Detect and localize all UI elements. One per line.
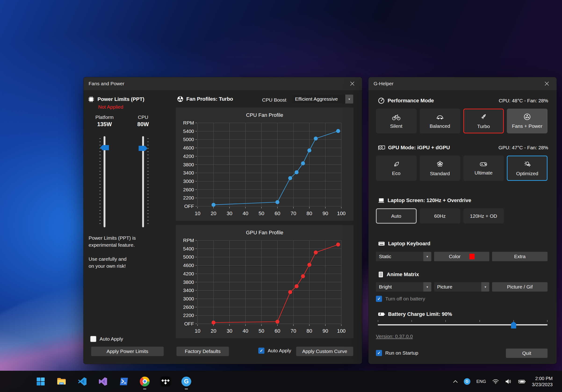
battery-icon — [378, 312, 385, 317]
svg-text:GPU Fan Profile: GPU Fan Profile — [246, 230, 283, 235]
power-auto-apply-checkbox[interactable] — [90, 336, 96, 342]
mode-fans-power-button[interactable]: Fans + Power — [507, 109, 548, 133]
battery-slider-track[interactable] — [378, 324, 548, 325]
gpu-standard-button[interactable]: Standard — [420, 156, 460, 181]
cpu-temp-status: CPU: 48°C - Fan: 28% — [499, 98, 548, 103]
gpu-ultimate-button[interactable]: Ultimate — [463, 156, 504, 181]
cpu-label: CPU — [127, 114, 159, 120]
matrix-content-dropdown[interactable]: Picture ▾ — [434, 282, 490, 291]
battery-slider-thumb[interactable] — [511, 321, 516, 328]
cpu-boost-dropdown[interactable]: Efficient Aggressive ▾ — [292, 95, 353, 103]
svg-text:4200: 4200 — [183, 271, 194, 276]
turn-off-on-battery-checkbox[interactable]: ✓ — [376, 296, 382, 302]
svg-text:CPU Fan Profile: CPU Fan Profile — [246, 112, 283, 118]
battery-tray-icon[interactable] — [518, 379, 526, 384]
visual-studio-icon[interactable] — [98, 376, 108, 387]
platform-slider-thumb[interactable] — [100, 145, 109, 150]
start-button[interactable] — [35, 376, 46, 387]
svg-text:5400: 5400 — [183, 128, 194, 134]
mode-turbo-button[interactable]: Turbo — [463, 109, 504, 133]
matrix-header: Anime Matrix — [378, 271, 548, 278]
monitor-icon — [378, 197, 385, 204]
mode-silent-button[interactable]: Silent — [376, 109, 417, 133]
performance-buttons: Silent Balanced — [376, 109, 548, 133]
svg-text:4200: 4200 — [183, 154, 194, 159]
chrome-icon[interactable] — [140, 376, 150, 387]
keyboard-color-button[interactable]: Color — [434, 252, 490, 261]
version-link[interactable]: Version: 0.37.0.0 — [376, 334, 413, 339]
screen-header: Laptop Screen: 120Hz + Overdrive — [378, 197, 548, 204]
chevron-down-icon[interactable]: ▾ — [423, 282, 431, 291]
clock[interactable]: 2:00 PM 3/23/2023 — [532, 375, 553, 388]
desktop: Fans and Power Power Limits (PPT) Not Ap… — [0, 0, 562, 392]
svg-text:100: 100 — [337, 211, 346, 216]
fan-profiles-heading: Fan Profiles: Turbo — [186, 96, 233, 102]
svg-text:30: 30 — [226, 328, 232, 334]
keyboard-extra-button[interactable]: Extra — [492, 252, 548, 261]
vscode-icon[interactable] — [77, 376, 87, 387]
quit-button[interactable]: Quit — [506, 348, 548, 358]
screen-auto-button[interactable]: Auto — [376, 208, 417, 224]
keyboard-header: Laptop Keyboard — [378, 241, 548, 247]
cpu-fan-chart[interactable]: RPM540050004600420038003400300026002200O… — [176, 107, 353, 221]
volume-icon[interactable] — [505, 379, 512, 384]
flower-icon — [436, 160, 444, 168]
svg-text:20: 20 — [211, 328, 216, 334]
terminal-icon[interactable] — [119, 376, 129, 387]
running-indicator — [185, 389, 188, 389]
cpu-boost-label: CPU Boost — [262, 97, 286, 103]
svg-text:3000: 3000 — [183, 179, 194, 184]
matrix-content-value: Picture — [434, 282, 481, 291]
cpu-value: 80W — [127, 121, 159, 128]
svg-text:10: 10 — [195, 211, 200, 216]
gpu-optimized-button[interactable]: Optimized — [507, 156, 548, 181]
gpu-mode-header: GPU Mode: iGPU + dGPU GPU: 47°C - Fan: 2… — [378, 144, 548, 151]
svg-text:3400: 3400 — [183, 170, 194, 175]
tray-chevron-up-icon[interactable] — [453, 380, 458, 383]
apply-custom-curve-button[interactable]: Apply Custom Curve — [296, 347, 353, 356]
svg-text:2200: 2200 — [183, 195, 194, 201]
power-limits-header: Power Limits (PPT) — [88, 96, 144, 103]
svg-text:3800: 3800 — [183, 280, 194, 285]
mode-balanced-button[interactable]: Balanced — [420, 109, 460, 133]
language-indicator[interactable]: ENG — [476, 379, 486, 384]
screen-120hz-button[interactable]: 120Hz + OD — [463, 208, 504, 224]
svg-text:5400: 5400 — [183, 246, 194, 251]
gpu-eco-button[interactable]: Eco — [376, 156, 417, 181]
svg-text:2600: 2600 — [183, 187, 194, 192]
battery-slider-ticks — [378, 320, 548, 322]
chevron-down-icon[interactable]: ▾ — [481, 282, 489, 291]
curve-auto-apply-label: Auto Apply — [268, 348, 291, 353]
svg-text:90: 90 — [322, 211, 328, 216]
wifi-icon[interactable] — [492, 379, 499, 384]
svg-text:100: 100 — [337, 328, 346, 334]
ghelper-taskbar-icon[interactable]: G — [181, 376, 191, 387]
svg-text:40: 40 — [243, 211, 248, 216]
chevron-down-icon[interactable]: ▾ — [423, 252, 431, 261]
svg-text:3000: 3000 — [183, 296, 194, 301]
apply-power-limits-button[interactable]: Apply Power Limits — [91, 347, 164, 356]
taskbar: G G ENG — [0, 371, 562, 392]
cpu-slider-thumb[interactable] — [139, 146, 148, 151]
keyboard-heading: Laptop Keyboard — [388, 241, 430, 247]
ghelper-tray-icon[interactable]: G — [464, 378, 470, 385]
keyboard-mode-dropdown[interactable]: Static ▾ — [376, 252, 431, 261]
svg-text:2200: 2200 — [183, 313, 194, 318]
chevron-down-icon[interactable]: ▾ — [345, 95, 353, 103]
svg-text:60: 60 — [274, 211, 280, 216]
run-on-startup-checkbox[interactable]: ✓ — [376, 350, 382, 356]
gpu-fan-chart-panel: RPM540050004600420038003400300026002200O… — [176, 225, 353, 338]
gpu-fan-chart[interactable]: RPM540050004600420038003400300026002200O… — [176, 225, 353, 338]
ghelper-titlebar[interactable]: G-Helper — [368, 77, 557, 90]
screen-60hz-button[interactable]: 60Hz — [420, 208, 460, 224]
curve-auto-apply-checkbox[interactable]: ✓ — [258, 347, 264, 354]
matrix-picture-gif-button[interactable]: Picture / Gif — [492, 282, 548, 291]
factory-defaults-button[interactable]: Factory Defaults — [176, 347, 229, 356]
close-icon[interactable] — [542, 79, 551, 88]
close-icon[interactable] — [348, 79, 357, 88]
file-explorer-icon[interactable] — [56, 376, 67, 387]
fans-window-titlebar[interactable]: Fans and Power — [83, 77, 362, 90]
matrix-brightness-dropdown[interactable]: Bright ▾ — [376, 282, 431, 291]
tidal-icon[interactable] — [160, 376, 171, 387]
platform-limit: Platform 135W — [88, 114, 121, 128]
